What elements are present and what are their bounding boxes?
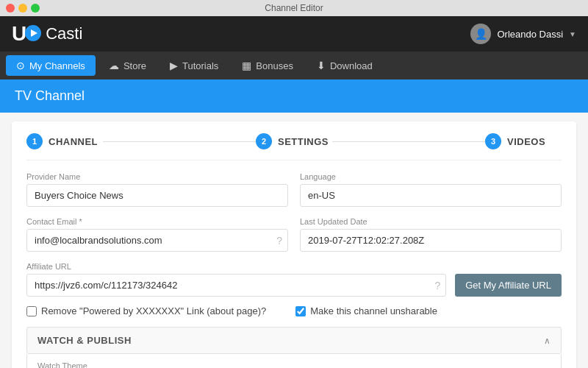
tab-my-channels-label: My Channels [29,60,85,71]
tab-bonuses[interactable]: ▦ Bonuses [232,55,304,76]
title-bar: Channel Editor [0,0,588,16]
user-name: Orleando Dassi [497,29,563,40]
tab-download[interactable]: ⬇ Download [306,55,383,76]
row-affiliate: Affiliate URL ? Get My Affiliate URL [26,262,562,297]
tab-tutorials[interactable]: ▶ Tutorials [159,55,229,76]
last-updated-input [300,229,562,252]
chevron-down-icon: ▼ [569,30,576,38]
main-content: 1 CHANNEL 2 SETTINGS 3 VIDEOS Provider N… [0,113,588,368]
watch-theme-label: Watch Theme [37,361,551,368]
user-area[interactable]: 👤 Orleando Dassi ▼ [470,24,576,44]
form-card: 1 CHANNEL 2 SETTINGS 3 VIDEOS Provider N… [12,121,576,368]
my-channels-icon: ⊙ [16,60,25,71]
get-affiliate-url-button[interactable]: Get My Affiliate URL [455,274,562,297]
contact-email-input[interactable] [26,229,288,252]
close-button[interactable] [6,4,15,13]
unsharable-checkbox[interactable] [295,306,306,316]
page-banner: TV Channel [0,79,588,113]
group-contact-email: Contact Email * ? [26,217,288,252]
provider-name-input[interactable] [26,184,288,207]
window-title: Channel Editor [265,3,323,13]
tab-my-channels[interactable]: ⊙ My Channels [6,55,96,76]
group-last-updated: Last Updated Date [300,217,562,252]
step-bar: 1 CHANNEL 2 SETTINGS 3 VIDEOS [26,133,562,160]
tab-bonuses-label: Bonuses [256,60,293,71]
step-divider-1 [103,141,256,142]
download-icon: ⬇ [317,60,326,71]
watch-publish-title: WATCH & PUBLISH [37,335,132,346]
affiliate-url-help-icon[interactable]: ? [434,280,440,291]
affiliate-url-wrapper: ? [26,274,446,297]
group-affiliate-url: Affiliate URL ? [26,262,446,297]
minimize-button[interactable] [18,4,27,13]
row-email-date: Contact Email * ? Last Updated Date [26,217,562,252]
step-settings: 2 SETTINGS [256,133,332,149]
header: U Casti 👤 Orleando Dassi ▼ [0,16,588,52]
checkbox-unsharable[interactable]: Make this channel unsharable [295,305,437,316]
step-3-label: VIDEOS [507,136,545,147]
page-title: TV Channel [15,88,85,103]
step-1-num: 1 [26,133,43,149]
language-label: Language [300,172,562,181]
affiliate-url-label: Affiliate URL [26,262,446,271]
last-updated-label: Last Updated Date [300,217,562,226]
tab-store-label: Store [123,60,146,71]
step-1-label: CHANNEL [49,136,98,147]
maximize-button[interactable] [31,4,40,13]
logo-u: U [12,24,26,44]
contact-email-help-icon[interactable]: ? [276,235,282,247]
tutorials-icon: ▶ [170,60,178,71]
step-videos: 3 VIDEOS [485,133,562,149]
tab-tutorials-label: Tutorials [182,60,218,71]
remove-powered-checkbox[interactable] [26,306,37,316]
contact-email-label: Contact Email * [26,217,288,226]
provider-name-label: Provider Name [26,172,288,181]
nav-tabs: ⊙ My Channels ☁ Store ▶ Tutorials ▦ Bonu… [0,52,588,79]
step-2-label: SETTINGS [278,136,329,147]
step-3-num: 3 [485,133,501,149]
tab-download-label: Download [330,60,373,71]
unsharable-label: Make this channel unsharable [310,305,437,316]
chevron-up-icon: ∧ [544,336,551,346]
checkbox-remove-powered[interactable]: Remove "Powered by XXXXXXX" Link (about … [26,305,266,316]
step-channel: 1 CHANNEL [26,133,103,149]
contact-email-wrapper: ? [26,229,288,252]
language-input[interactable] [300,184,562,207]
watch-theme-row: Watch Theme Style 3 (LATER WILL BE ALLOW… [26,354,562,368]
store-icon: ☁ [109,60,119,71]
step-divider-2 [332,141,485,142]
avatar: 👤 [470,24,491,44]
group-provider-name: Provider Name [26,172,288,207]
logo-play-icon [25,25,41,41]
step-2-num: 2 [256,133,272,149]
row-provider-language: Provider Name Language [26,172,562,207]
remove-powered-label: Remove "Powered by XXXXXXX" Link (about … [41,305,266,316]
logo: U Casti [12,24,82,44]
window-controls[interactable] [6,4,40,13]
affiliate-url-input[interactable] [26,274,446,297]
tab-store[interactable]: ☁ Store [98,55,157,76]
logo-casti: Casti [46,24,82,43]
watch-publish-section-header[interactable]: WATCH & PUBLISH ∧ [26,327,562,354]
group-language: Language [300,172,562,207]
checkboxes-row: Remove "Powered by XXXXXXX" Link (about … [26,305,562,316]
bonuses-icon: ▦ [242,60,251,71]
